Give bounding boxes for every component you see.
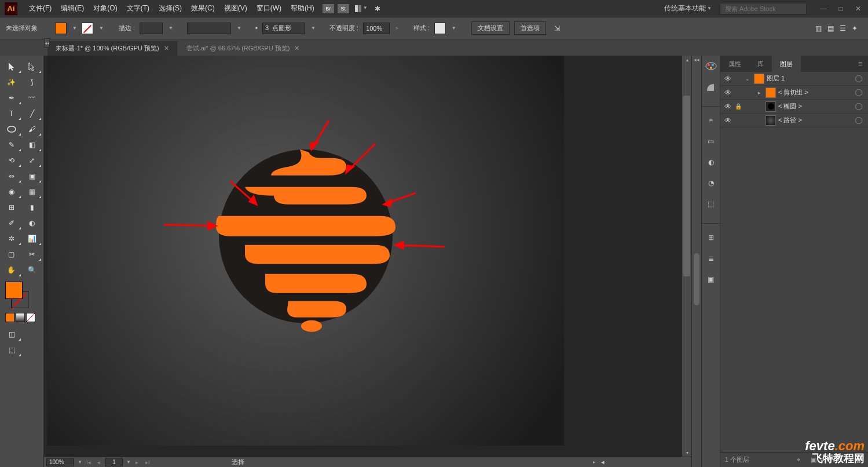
align-panel-icon[interactable]: ≣ (704, 251, 718, 265)
align-icon-2[interactable]: ▤ (827, 24, 834, 32)
locate-layer-icon[interactable]: ⌖ (794, 455, 803, 465)
delete-layer-icon[interactable]: 🗑 (854, 455, 863, 465)
stroke-profile-preview[interactable] (187, 23, 231, 34)
opacity-input[interactable] (363, 23, 390, 34)
blend-tool[interactable]: ◐ (23, 216, 42, 230)
canvas-area[interactable]: ▴ ▾ ▼ I◂ ◂ ▼ ▸ ▸I 选择 ▸ ◂ (44, 56, 691, 467)
panel-tab-layers[interactable]: 图层 (772, 56, 801, 72)
menu-help[interactable]: 帮助(H) (286, 3, 319, 13)
scroll-thumb[interactable] (683, 96, 690, 276)
hand-tool[interactable]: ✋ (2, 262, 21, 277)
nav-first[interactable]: I◂ (85, 458, 93, 466)
color-mode-gradient[interactable] (16, 313, 25, 322)
visibility-toggle[interactable]: 👁 (723, 103, 733, 111)
artboard[interactable] (47, 56, 564, 446)
search-stock-input[interactable] (720, 3, 807, 14)
visibility-toggle[interactable]: 👁 (723, 75, 733, 83)
color-guide-icon[interactable] (704, 80, 718, 94)
magic-wand-tool[interactable]: ✨ (2, 75, 21, 89)
draw-mode[interactable]: ◫ (2, 327, 21, 341)
layer-name[interactable]: < 椭圆 > (778, 102, 855, 111)
curvature-tool[interactable]: 〰 (23, 90, 42, 105)
gradient-tool[interactable]: ▮ (23, 200, 42, 214)
layer-name[interactable]: 图层 1 (767, 74, 855, 83)
appearance-panel-icon[interactable]: ◔ (704, 176, 718, 190)
minimize-button[interactable]: — (818, 5, 829, 13)
tab-close-icon[interactable]: ✕ (164, 45, 169, 52)
mesh-tool[interactable]: ⊞ (2, 200, 21, 214)
new-sublayer-icon[interactable]: ⊕ (824, 455, 833, 465)
transform-icon[interactable]: ⇲ (554, 24, 560, 32)
fill-color[interactable] (5, 282, 23, 299)
menu-view[interactable]: 视图(V) (219, 3, 252, 13)
nav-prev[interactable]: ◂ (95, 458, 103, 466)
arrange-docs-icon[interactable]: ▼ (355, 5, 368, 12)
target-icon[interactable] (855, 103, 862, 110)
target-icon[interactable] (855, 89, 862, 96)
menu-object[interactable]: 对象(O) (89, 3, 122, 13)
color-picker[interactable] (5, 282, 32, 308)
selection-tool[interactable] (2, 59, 21, 74)
perspective-tool[interactable]: ▦ (23, 184, 42, 199)
panel-tab-libraries[interactable]: 库 (749, 56, 772, 72)
free-transform-tool[interactable]: ▣ (23, 169, 42, 183)
stroke-swatch[interactable] (82, 23, 93, 34)
visibility-toggle[interactable]: 👁 (723, 89, 733, 97)
shaper-tool[interactable]: ✎ (2, 137, 21, 152)
shape-builder-tool[interactable]: ◉ (2, 184, 21, 199)
color-mode-none[interactable] (26, 313, 35, 322)
menu-type[interactable]: 文字(T) (122, 3, 154, 13)
preferences-button[interactable]: 首选项 (514, 21, 546, 35)
align-icon-4[interactable]: ✦ (852, 24, 858, 32)
stroke-weight-input[interactable] (140, 23, 163, 34)
direct-selection-tool[interactable] (23, 59, 42, 74)
layer-row[interactable]: 👁 ▸ < 剪切组 > (720, 86, 868, 100)
symbol-sprayer-tool[interactable]: ✲ (2, 231, 21, 246)
align-icon-3[interactable]: ☰ (840, 24, 846, 32)
bridge-icon[interactable]: Br (323, 4, 334, 13)
paintbrush-tool[interactable]: 🖌 (23, 122, 42, 136)
color-panel-icon[interactable] (704, 59, 718, 73)
color-mode-solid[interactable] (5, 313, 14, 322)
expand-icon[interactable]: ⌄ (744, 76, 752, 82)
stroke-panel-icon[interactable]: ≡ (704, 114, 718, 127)
stock-icon[interactable]: St (338, 4, 349, 13)
doc-tab-2[interactable]: 尝试.ai* @ 66.67% (RGB/GPU 预览) ✕ (178, 41, 308, 56)
pathfinder-panel-icon[interactable]: ▣ (704, 272, 718, 286)
artboard-tool[interactable]: ▢ (2, 247, 21, 261)
fill-swatch[interactable] (55, 23, 67, 34)
gradient-panel-icon[interactable]: ▭ (704, 134, 718, 148)
panel-tab-properties[interactable]: 属性 (720, 56, 749, 72)
zoom-tool[interactable]: 🔍 (23, 262, 42, 277)
zoom-input[interactable] (46, 458, 74, 466)
close-button[interactable]: ✕ (853, 5, 863, 13)
menu-effect[interactable]: 效果(C) (186, 3, 219, 13)
nav-next[interactable]: ▸ (133, 458, 141, 466)
doc-tab-1[interactable]: 未标题-1* @ 100% (RGB/GPU 预览) ✕ (47, 41, 177, 56)
panel-collapse-toggle[interactable]: ◂◂ (44, 38, 50, 48)
panel-menu-icon[interactable]: ≡ (852, 60, 868, 68)
menu-file[interactable]: 文件(F) (24, 3, 56, 13)
transform-panel-icon[interactable]: ⊞ (704, 231, 718, 245)
type-tool[interactable]: T (2, 106, 21, 121)
new-layer-icon[interactable]: ▫ (839, 455, 848, 465)
transparency-panel-icon[interactable]: ◐ (704, 155, 718, 169)
layer-row[interactable]: 👁 ⌄ 图层 1 (720, 72, 868, 86)
visibility-toggle[interactable]: 👁 (723, 116, 733, 125)
menu-edit[interactable]: 编辑(E) (56, 3, 89, 13)
brush-profile-input[interactable] (262, 23, 305, 34)
workspace-switcher[interactable]: 传统基本功能 ▼ (661, 2, 715, 14)
ellipse-tool[interactable] (2, 122, 21, 136)
eraser-tool[interactable]: ◧ (23, 137, 42, 152)
vertical-scrollbar[interactable]: ▴ ▾ (682, 56, 691, 457)
gpu-icon[interactable]: ✱ (375, 5, 380, 13)
graphic-style-swatch[interactable] (434, 23, 446, 34)
align-icon-1[interactable]: ▥ (815, 24, 822, 32)
layer-name[interactable]: < 剪切组 > (778, 88, 855, 97)
tab-close-icon[interactable]: ✕ (294, 45, 299, 52)
lock-icon[interactable]: 🔒 (733, 103, 744, 110)
layer-row[interactable]: 👁 < 路径 > (720, 114, 868, 127)
line-tool[interactable]: ╱ (23, 106, 42, 121)
layer-name[interactable]: < 路径 > (778, 116, 855, 125)
target-icon[interactable] (855, 117, 862, 124)
